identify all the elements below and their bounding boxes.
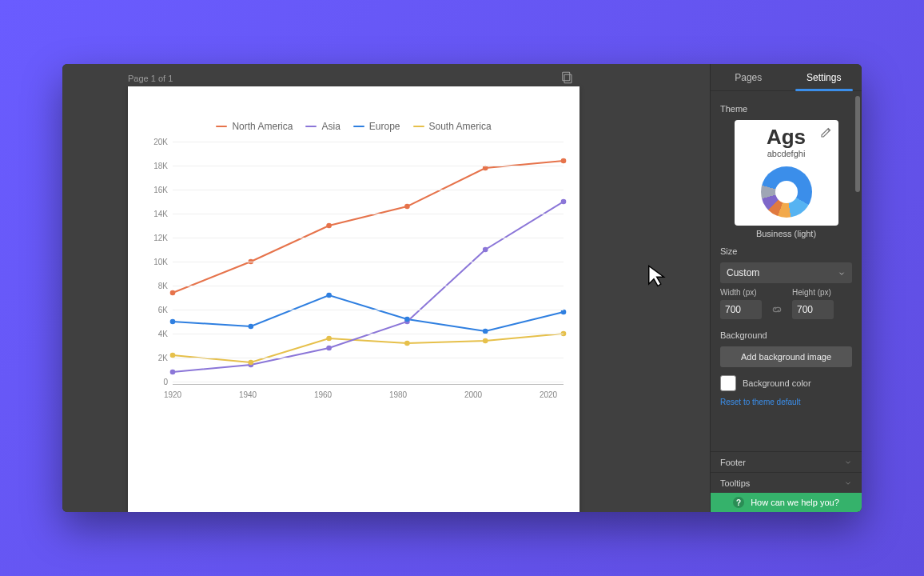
series-line xyxy=(173,161,564,293)
gridline xyxy=(173,214,564,214)
gridline xyxy=(173,382,564,382)
data-point[interactable] xyxy=(326,346,332,350)
legend-label: Europe xyxy=(369,121,400,132)
link-dimensions-icon[interactable] xyxy=(770,300,784,319)
data-point[interactable] xyxy=(326,336,332,341)
y-tick-label: 0 xyxy=(144,378,168,386)
data-point[interactable] xyxy=(248,360,253,365)
data-point[interactable] xyxy=(404,204,410,209)
theme-name-label: Business (light) xyxy=(720,229,852,238)
theme-section-label: Theme xyxy=(720,104,852,114)
x-axis xyxy=(173,384,564,385)
x-tick-label: 1920 xyxy=(164,390,181,399)
legend-dash-icon xyxy=(413,126,424,127)
bg-color-label: Background color xyxy=(743,378,811,388)
settings-sidebar: Pages Settings Theme Ags abcdefghi Busin… xyxy=(710,64,862,512)
duplicate-page-icon[interactable] xyxy=(560,70,574,85)
reset-theme-link[interactable]: Reset to theme default xyxy=(720,398,801,406)
chevron-down-icon xyxy=(844,479,852,487)
help-icon: ? xyxy=(733,497,744,508)
x-tick-label: 2020 xyxy=(540,390,557,399)
gridline xyxy=(173,190,564,190)
svg-rect-0 xyxy=(563,72,570,81)
data-point[interactable] xyxy=(483,247,488,252)
y-tick-label: 4K xyxy=(144,330,168,338)
gridline xyxy=(173,238,564,238)
x-tick-label: 1980 xyxy=(389,390,407,399)
data-point[interactable] xyxy=(483,338,488,343)
x-tick-label: 1960 xyxy=(314,390,332,399)
cursor-icon xyxy=(646,264,670,291)
canvas-area[interactable]: Page 1 of 1 North AmericaAsiaEuropeSouth… xyxy=(62,64,710,512)
series-line xyxy=(173,295,564,331)
add-bg-image-button[interactable]: Add background image xyxy=(720,346,852,367)
legend-item[interactable]: North America xyxy=(216,121,293,132)
gridline xyxy=(173,166,564,166)
data-point[interactable] xyxy=(404,317,410,322)
y-tick-label: 10K xyxy=(144,258,168,266)
sidebar-scrollbar[interactable] xyxy=(855,96,860,480)
y-tick-label: 16K xyxy=(144,186,168,194)
footer-accordion[interactable]: Footer xyxy=(711,451,862,472)
data-point[interactable] xyxy=(561,199,567,204)
theme-sample-body: abcdefghi xyxy=(767,149,806,158)
theme-color-donut xyxy=(761,166,812,218)
help-bar[interactable]: ? How can we help you? xyxy=(711,493,862,512)
legend-label: Asia xyxy=(321,121,340,132)
tab-settings[interactable]: Settings xyxy=(787,64,862,90)
data-point[interactable] xyxy=(326,293,332,298)
y-tick-label: 14K xyxy=(144,210,168,218)
background-section-label: Background xyxy=(720,330,852,340)
chart-plot: 02K4K6K8K10K12K14K16K18K20K1920194019601… xyxy=(173,142,564,382)
app-window: Page 1 of 1 North AmericaAsiaEuropeSouth… xyxy=(62,64,862,512)
tab-pages[interactable]: Pages xyxy=(711,64,787,90)
y-tick-label: 2K xyxy=(144,354,168,362)
footer-accordion-label: Footer xyxy=(720,458,746,467)
size-preset-value: Custom xyxy=(727,267,759,278)
theme-sample-heading: Ags xyxy=(767,126,806,147)
legend-dash-icon xyxy=(305,126,317,127)
data-point[interactable] xyxy=(404,341,410,346)
edit-theme-icon[interactable] xyxy=(819,125,834,139)
data-point[interactable] xyxy=(170,290,176,295)
data-point[interactable] xyxy=(561,158,567,163)
width-label: Width (px) xyxy=(720,288,762,297)
series-line xyxy=(173,202,564,372)
legend-dash-icon xyxy=(353,126,364,127)
data-point[interactable] xyxy=(326,223,332,228)
x-tick-label: 1940 xyxy=(239,390,257,399)
gridline xyxy=(173,358,564,358)
data-point[interactable] xyxy=(170,370,176,374)
dimension-row: Width (px) Height (px) xyxy=(720,288,852,319)
bg-color-swatch[interactable] xyxy=(720,375,736,391)
size-section-label: Size xyxy=(720,246,852,256)
gridline xyxy=(173,334,564,334)
y-tick-label: 18K xyxy=(144,162,168,170)
legend-label: South America xyxy=(429,121,492,132)
chart-legend: North AmericaAsiaEuropeSouth America xyxy=(144,118,564,142)
scrollbar-thumb[interactable] xyxy=(855,96,860,192)
sidebar-tabs: Pages Settings xyxy=(711,64,862,91)
size-preset-select[interactable]: Custom xyxy=(720,262,852,283)
data-point[interactable] xyxy=(170,319,176,324)
legend-item[interactable]: South America xyxy=(413,121,492,132)
legend-dash-icon xyxy=(216,126,227,127)
chevron-down-icon xyxy=(838,269,846,277)
tooltips-accordion-label: Tooltips xyxy=(720,478,750,488)
legend-item[interactable]: Asia xyxy=(305,121,340,132)
gridline xyxy=(173,262,564,262)
y-tick-label: 12K xyxy=(144,234,168,242)
data-point[interactable] xyxy=(248,324,253,329)
page-canvas[interactable]: North AmericaAsiaEuropeSouth America 02K… xyxy=(128,86,579,512)
theme-preview-card[interactable]: Ags abcdefghi xyxy=(735,120,838,226)
width-input[interactable] xyxy=(720,300,762,319)
legend-item[interactable]: Europe xyxy=(353,121,400,132)
chevron-down-icon xyxy=(844,458,852,466)
height-input[interactable] xyxy=(792,300,834,319)
y-tick-label: 8K xyxy=(144,282,168,290)
help-label: How can we help you? xyxy=(751,498,839,507)
gridline xyxy=(173,286,564,286)
settings-panel: Theme Ags abcdefghi Business (light) Siz… xyxy=(711,91,862,451)
tooltips-accordion[interactable]: Tooltips xyxy=(711,472,862,493)
gridline xyxy=(173,310,564,310)
